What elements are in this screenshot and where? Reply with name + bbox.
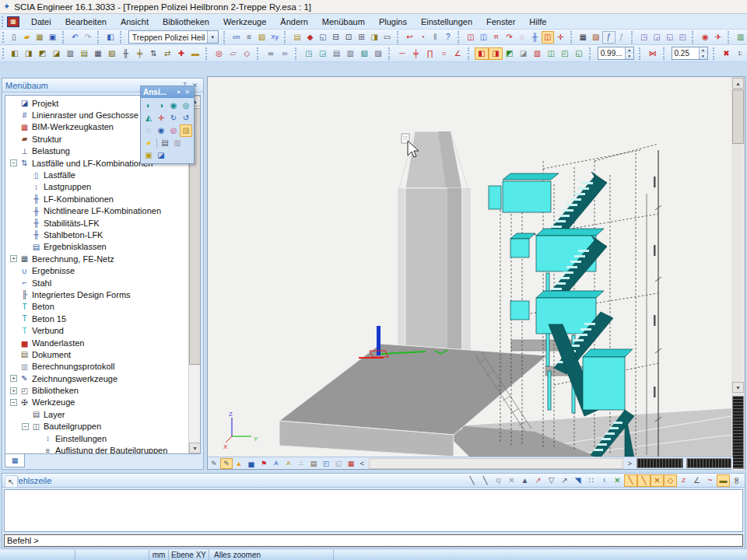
tree-item-werkzeuge[interactable]: −✠Werkzeuge: [7, 397, 188, 408]
tree-item-stabilitäts-lfk[interactable]: ╫Stabilitäts-LFK: [7, 217, 188, 229]
offset-spinner[interactable]: 0.25▲▼: [672, 47, 708, 60]
section-icon-9[interactable]: ╫: [119, 47, 133, 60]
results-chart-icon[interactable]: ▅: [245, 458, 258, 469]
tree-item-lastgruppen[interactable]: ↕Lastgruppen: [7, 181, 188, 193]
collapse-icon[interactable]: −: [22, 423, 29, 430]
workspace-panel-icon[interactable]: ◧: [104, 31, 117, 44]
local-axes-icon[interactable]: ⚑: [258, 458, 270, 469]
clipping-box-icon[interactable]: ▨: [180, 124, 192, 137]
open-folder-green-icon[interactable]: ▥: [735, 31, 747, 44]
cursor-snap-icon[interactable]: ◥: [571, 474, 584, 487]
binocular-icon-2[interactable]: ∞: [278, 47, 292, 60]
fx-pressed-icon[interactable]: ƒ: [602, 31, 615, 44]
labels-icon[interactable]: A: [270, 458, 282, 469]
member-cross-icon[interactable]: ╫: [528, 31, 541, 44]
mouse-mode-icon[interactable]: ◉: [699, 31, 711, 44]
menu-item-bearbeiten[interactable]: Bearbeiten: [58, 16, 114, 28]
menu-item-fenster[interactable]: Fenster: [479, 16, 522, 28]
colors-icon[interactable]: ▣: [142, 149, 155, 162]
section-icon-3[interactable]: ◩: [36, 47, 50, 60]
hint-icon[interactable]: ?: [442, 31, 454, 44]
menu-item-bibliotheken[interactable]: Bibliotheken: [156, 16, 216, 28]
gallery-icon[interactable]: ▧: [255, 31, 268, 44]
member-stiffener-icon[interactable]: ◫: [477, 31, 489, 44]
status-mm[interactable]: mm: [149, 550, 169, 560]
tree-item-einstellungen[interactable]: ↕Einstellungen: [7, 432, 188, 444]
undo-icon[interactable]: ↶: [68, 31, 81, 44]
tree-item-lastfälle[interactable]: ▯Lastfälle: [7, 169, 188, 180]
scroll-down-icon[interactable]: ▼: [732, 382, 744, 393]
viewport-right-scrollbar[interactable]: ▲ ▼: [731, 77, 745, 471]
window-cascade-icon[interactable]: ◲: [651, 31, 663, 44]
shrink-members-icon[interactable]: ⋈: [646, 47, 660, 60]
copy-icon-1[interactable]: ◳: [302, 47, 316, 60]
tree-item-zeichnungswerkzeuge[interactable]: +✎Zeichnungswerkzeuge: [7, 373, 188, 384]
scroll-down-icon[interactable]: ▼: [189, 443, 201, 453]
menu-item-plugins[interactable]: Plugins: [372, 16, 414, 28]
menubaum-tab[interactable]: ▦: [5, 454, 25, 467]
select-rhomb-icon[interactable]: ◇: [240, 47, 254, 60]
scale-spinner[interactable]: 0.99...▲▼: [598, 47, 634, 60]
menu-item-men-baum[interactable]: Menübaum: [315, 16, 372, 28]
tree-item-integriertes-design-forms[interactable]: ╟Integriertes Design Forms: [7, 289, 188, 300]
axonometry-icon[interactable]: ◭: [142, 112, 155, 124]
paste-icon[interactable]: ▤: [291, 31, 303, 44]
scroll-right-icon[interactable]: >: [625, 458, 635, 469]
tree-item-berechnung-fe-netz[interactable]: +▦Berechnung, FE-Netz: [7, 253, 188, 264]
member-curve-icon[interactable]: ↷: [503, 31, 515, 44]
window-new-icon[interactable]: ◰: [676, 31, 689, 44]
frame-view-icon-5[interactable]: ▥: [530, 47, 544, 60]
redo-icon[interactable]: ↷: [82, 31, 94, 44]
menu-item-einstellungen[interactable]: Einstellungen: [414, 16, 479, 28]
select-poly-icon[interactable]: ▱: [226, 47, 240, 60]
member-rotate-icon[interactable]: R: [490, 31, 503, 44]
units-icon[interactable]: cm: [230, 31, 242, 44]
binocular-icon-1[interactable]: ∞: [264, 47, 278, 60]
array-icon-1[interactable]: ▤: [330, 47, 344, 60]
fly-mode-icon[interactable]: ✈: [712, 31, 724, 44]
section-icon-1[interactable]: ◧: [8, 47, 22, 60]
section-icon-8[interactable]: ▧: [105, 47, 119, 60]
menu-item-hilfe[interactable]: Hilfe: [522, 16, 553, 28]
rotate-slider-2[interactable]: [686, 458, 731, 468]
section-icon-5[interactable]: ▥: [63, 47, 77, 60]
view-params-alt-icon[interactable]: ◱: [332, 458, 345, 469]
menu-item-datei[interactable]: Datei: [24, 16, 58, 28]
spinner-up-icon[interactable]: ▲: [700, 47, 707, 54]
member-buckling-icon[interactable]: ◫: [465, 31, 477, 44]
activity-icon[interactable]: Xy: [268, 31, 281, 44]
pencil-active-icon[interactable]: ✎: [220, 458, 233, 469]
camera-off-icon[interactable]: ▥: [171, 137, 184, 149]
dim-circle-icon[interactable]: ○: [437, 47, 451, 60]
tree-item-verbund[interactable]: TVerbund: [7, 324, 188, 336]
tree-item-stahlbeton-lfk[interactable]: ╫Stahlbeton-LFK: [7, 229, 188, 240]
tree-item-auflistung-der-bauteilgruppen[interactable]: ≡Auflistung der Bauteilgruppen: [7, 444, 188, 454]
frame-view-icon-4[interactable]: ◪: [517, 47, 531, 60]
document-system-icon[interactable]: ▦: [7, 16, 19, 27]
labels-alt-icon[interactable]: A: [282, 458, 295, 469]
calculator-icon[interactable]: ▦: [577, 31, 589, 44]
tracking-icon[interactable]: ▯: [730, 474, 743, 487]
pencil-icon[interactable]: ✎: [208, 458, 220, 469]
tree-item-berechnungsprotokoll[interactable]: ▥Berechnungsprotokoll: [7, 361, 188, 373]
spinner-up-icon[interactable]: ▲: [626, 47, 633, 54]
command-input[interactable]: Befehl >: [4, 534, 743, 547]
project-combobox[interactable]: Treppen Polizei Heil▾: [128, 30, 219, 44]
fx-icon[interactable]: ƒ: [615, 31, 628, 44]
export-document-icon[interactable]: ◨: [368, 31, 381, 44]
new-document-icon[interactable]: ▯: [8, 31, 20, 44]
chart-bars-icon[interactable]: ‖: [429, 31, 441, 44]
ansicht-toolbar-header[interactable]: Ansi... ▾ ✕: [141, 86, 194, 98]
move-icon[interactable]: ✛: [554, 31, 566, 44]
toolbar-menu-icon[interactable]: ▾: [174, 89, 183, 96]
spinner-down-icon[interactable]: ▼: [626, 54, 633, 60]
project-browser-icon[interactable]: ▦: [33, 31, 46, 44]
snap-perp-icon[interactable]: ▽: [545, 474, 558, 487]
view-right-icon[interactable]: ◎: [180, 100, 192, 112]
command-history[interactable]: [4, 489, 743, 532]
layers-icon[interactable]: ≡: [243, 31, 255, 44]
chevron-down-icon[interactable]: ▾: [207, 31, 218, 43]
zoom-window-icon[interactable]: ◉: [155, 124, 167, 137]
view-front-icon[interactable]: ◐: [142, 100, 155, 112]
document-view-icon[interactable]: ▤: [307, 458, 320, 469]
